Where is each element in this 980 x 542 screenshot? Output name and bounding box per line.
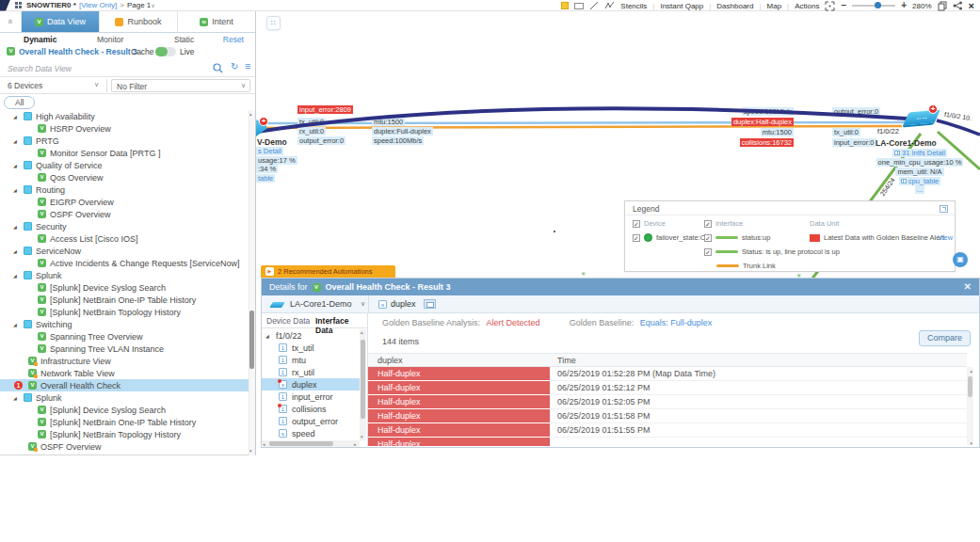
menu-icon[interactable]: ≡ [245,60,250,72]
zoom-out-button[interactable]: − [841,1,846,10]
cache-live-toggle[interactable] [155,47,176,56]
sidebar-tree-item[interactable]: ◢Splunk [0,269,249,281]
table-row[interactable]: Half-duplex06/25/2019 01:52:05 PM [368,395,967,409]
sidebar-tree-item[interactable]: VMonitor Sensor Data [PRTG ] [0,147,249,159]
legend-view-link[interactable]: View [938,233,953,242]
sidebar-scrollbar[interactable] [249,110,255,455]
expand-tab-icon[interactable] [424,299,436,309]
scroll-up-icon[interactable]: ▴ [249,111,252,117]
expand-arrow-icon[interactable]: ◢ [265,333,272,339]
table-row[interactable]: Half-duplex06/25/2019 01:51:55 PM [368,423,967,438]
left-device-name[interactable]: V-Demo [257,137,287,147]
close-icon[interactable]: ✕ [964,281,972,292]
device-filter-dropdown[interactable]: 6 Devices [8,81,42,90]
assistant-robot-icon[interactable]: ▣ [953,252,968,267]
right-device-name[interactable]: LA-Core1-Demo [876,138,937,148]
share-icon[interactable] [953,1,963,10]
tab-runbook[interactable]: Runbook [99,11,177,32]
sidebar-tree-item[interactable]: ◢Security [0,220,249,232]
note-tool-icon[interactable] [561,2,569,9]
scroll-up-icon[interactable]: ▴ [361,329,363,335]
scroll-down-icon[interactable]: ▾ [361,434,363,439]
device-selector[interactable]: LA-Core1-Demo [290,299,352,309]
details-tree-hscrollbar-thumb[interactable] [269,441,333,446]
menu-item-stencils[interactable]: Stencils [620,2,647,10]
sidebar-tree-item[interactable]: V[Splunk] Device Syslog Search [0,281,249,294]
device-detail-link[interactable]: table [256,174,275,183]
sidebar-tree-item[interactable]: ◢Switching [0,318,249,330]
sidebar-tree-item[interactable]: ◢Routing [0,183,249,196]
legend-interface-item[interactable]: ✓status:up [704,233,770,242]
table-row[interactable]: Half-duplex06/25/2019 01:51:58 PM [368,409,967,423]
sidebar-tree-item[interactable]: VSpanning Tree Overview [0,330,249,343]
sidebar-tree-item[interactable]: V[Splunk] Device Syslog Search [0,404,249,416]
sidebar-tree-item[interactable]: VOSPF Overview [0,440,249,453]
table-row[interactable]: Half-duplex [368,438,967,446]
zoom-slider-handle[interactable] [875,2,881,8]
menu-item-actions[interactable]: Actions [795,2,819,10]
sidebar-tree-item[interactable]: VEIGRP Overview [0,196,249,208]
shape-tool-icon[interactable] [574,3,584,9]
scroll-down-icon[interactable]: ▾ [970,440,972,446]
field-tree-item-tx_util[interactable]: 1tx_util [262,342,360,354]
table-row[interactable]: Half-duplex06/25/2019 01:52:28 PM (Map D… [368,367,967,381]
sidebar-tree-item[interactable]: V[Splunk] NetBrain Topology History [0,428,249,440]
chevron-down-icon[interactable]: ∨ [241,82,246,89]
menu-item-instant-qapp[interactable]: Instant Qapp [660,2,703,10]
compare-button[interactable]: Compare [919,330,971,346]
field-tree-root[interactable]: ◢f1/0/22 [262,329,360,342]
page-selector[interactable]: Page 1 [127,1,151,9]
sidebar-tree-item[interactable]: ◢PRTG [0,135,249,147]
sidebar-tree-item[interactable]: VNetwork Table View [0,367,249,379]
baseline-value[interactable]: Equals: Full-duplex [640,318,713,327]
sidebar-tree-item[interactable]: VOSPF Overview [0,208,249,220]
zoom-in-button[interactable]: + [901,1,907,10]
subtab-static[interactable]: Static [174,35,194,44]
save-icon[interactable] [938,1,947,11]
expand-arrow-icon[interactable]: ◢ [13,114,20,120]
sidebar-tree-item[interactable]: VActive Incidents & Change Requests [Ser… [0,257,249,269]
field-tree-item-rx_util[interactable]: 1rx_util [262,366,360,378]
checkbox[interactable]: ✓ [633,234,640,242]
legend-interface-header[interactable]: ✓Interface [704,219,743,228]
checkbox[interactable]: ✓ [704,234,712,242]
device-detail-link[interactable]: ... [915,185,924,194]
sidebar-tree-item[interactable]: V[Splunk] NetBrain One-IP Table History [0,416,249,428]
result-link[interactable]: Overall Health Check - Result 3 [19,47,137,56]
refresh-icon[interactable]: ↻ [231,61,238,72]
field-tree-item-input_error[interactable]: 1input_error [262,391,360,403]
sidebar-tree-item[interactable]: VInfrastructure View [0,355,249,367]
subtab-dynamic[interactable]: Dynamic [24,35,56,44]
sidebar-tree-item[interactable]: V[Splunk] NetBrain Topology History [0,306,249,318]
device-detail-link[interactable]: 31 Intfs Detail [892,149,947,157]
sidebar-tree-item[interactable]: ◢High Availability [0,110,249,122]
expand-arrow-icon[interactable]: ◢ [13,273,20,279]
expand-arrow-icon[interactable]: ◢ [13,187,20,193]
column-header-time[interactable]: Time [550,354,967,366]
line-tool-icon[interactable] [589,1,599,10]
tab-device-data[interactable]: Device Data [266,316,310,326]
collapse-panel-icon[interactable]: « [0,11,21,32]
expand-arrow-icon[interactable]: ◢ [13,395,20,401]
scroll-right-icon[interactable]: ▸ [354,441,357,447]
tab-intent[interactable]: NI Intent [177,11,255,32]
field-tree-item-collisions[interactable]: 1collisions [262,403,360,415]
checkbox[interactable]: ✓ [633,220,640,228]
scroll-up-icon[interactable]: ▴ [970,368,972,374]
menu-item-dashboard[interactable]: Dashboard [716,2,753,10]
filter-dropdown[interactable]: No Filter ∨ [111,79,250,92]
recommended-automations-bar[interactable]: ▶ 2 Recommended Automations [261,265,395,278]
sidebar-tree-item[interactable]: ◢Splunk [0,391,249,404]
path-tool-icon[interactable] [604,1,615,10]
reset-link[interactable]: Reset [223,35,244,44]
sidebar-tree-item[interactable]: VHSRP Overview [0,122,249,135]
device-detail-link[interactable]: cpu_table [899,177,941,185]
chevron-down-icon[interactable]: ∨ [361,300,365,308]
zoom-slider[interactable] [852,5,895,7]
close-icon[interactable]: × [969,0,974,11]
chevron-down-icon[interactable]: ∨ [94,81,99,88]
sidebar-tree-item[interactable]: 1VOverall Health Check [0,379,249,391]
device-detail-link[interactable]: s Detail [256,147,283,155]
subtab-monitor[interactable]: Monitor [97,35,123,44]
field-tab-duplex[interactable]: s duplex [378,299,416,309]
